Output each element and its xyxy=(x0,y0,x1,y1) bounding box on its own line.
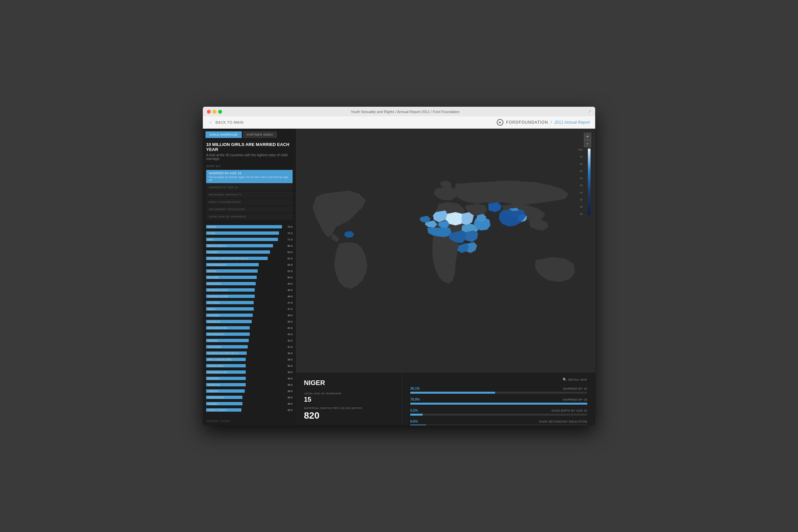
country-value: 39.0 xyxy=(283,358,292,361)
minimize-button[interactable] xyxy=(212,110,216,114)
legend-labels: 75%706560555045403530 xyxy=(578,149,583,215)
tabs-row: CHILD MARRIAGE PARTNER INDEX xyxy=(203,129,296,138)
zoom-out-button[interactable]: − xyxy=(584,140,591,147)
country-list-item[interactable]: GAMBIA 36.0 xyxy=(206,401,292,407)
close-button[interactable] xyxy=(207,110,211,114)
country-list-item[interactable]: UGANDA 46.0 xyxy=(206,312,292,318)
country-list-item[interactable]: NIGER 75.0 xyxy=(206,224,292,230)
browser-window: Youth Sexuality and Rights / Annual Repo… xyxy=(203,107,595,425)
sort-early-childbearing[interactable]: EARLY CHILDBEARING xyxy=(206,199,292,205)
country-list-item[interactable]: TANZANIA 41.0 xyxy=(206,344,292,350)
country-list-item[interactable]: MALAWI 50.0 xyxy=(206,274,292,280)
country-name: TANZANIA xyxy=(208,345,221,348)
country-name: CENTRAL AFRICAN REPUBLIC xyxy=(208,257,248,260)
country-value: 41.0 xyxy=(283,345,292,348)
country-list-item[interactable]: IVORY COAST 35.0 xyxy=(206,407,292,413)
sort-label: SORT BY: xyxy=(206,165,292,168)
expand-icon[interactable]: ⤢ xyxy=(588,109,591,114)
country-value: 61.0 xyxy=(283,257,292,260)
country-list-item[interactable]: ZAMBIA 42.0 xyxy=(206,338,292,343)
tab-partner-index[interactable]: PARTNER INDEX xyxy=(243,131,277,138)
stat-percentage: 5.2% xyxy=(410,408,418,412)
traffic-lights xyxy=(207,110,222,114)
back-button[interactable]: ← BACK TO MAIN xyxy=(208,120,243,125)
stat-description: MARRIED BY 18 xyxy=(563,398,587,401)
legend-label: 30 xyxy=(578,213,583,215)
sort-married-18[interactable]: MARRIED BY AGE 18 Percentage of women ag… xyxy=(206,170,292,183)
zoom-in-button[interactable]: + xyxy=(584,133,591,140)
country-list-item[interactable]: HONDURAS 39.0 xyxy=(206,363,292,369)
country-value: 43.0 xyxy=(283,333,292,336)
country-list-item[interactable]: SENEGAL 39.0 xyxy=(206,382,292,388)
sort-options: MARRIED BY AGE 18 Percentage of women ag… xyxy=(206,170,292,220)
country-list-item[interactable]: LIBERIA 38.0 xyxy=(206,388,292,394)
country-list-item[interactable]: AFGHANISTAN 43.0 xyxy=(206,325,292,331)
country-list-item[interactable]: CHAD 72.0 xyxy=(206,230,292,236)
stat-row: 36.1% MARRIED BY 15 xyxy=(410,387,587,394)
country-list-item[interactable]: CAMEROON 36.0 xyxy=(206,394,292,400)
stat-bar-bg xyxy=(410,414,587,416)
country-list-item[interactable]: NIGERIA 39.0 xyxy=(206,375,292,381)
country-list-item[interactable]: BANGLADESH 66.0 xyxy=(206,243,292,249)
country-name: MALI xyxy=(208,238,214,241)
stat-bar-fill xyxy=(410,403,587,405)
country-list-item[interactable]: BURKINA FASO 48.0 xyxy=(206,287,292,293)
country-name: CAMEROON xyxy=(208,396,224,399)
stat-percentage: 36.1% xyxy=(410,387,420,391)
country-list-item[interactable]: THE CONGO (DR) 39.0 xyxy=(206,357,292,362)
stat-row: 5.2% GAVE BIRTH BY AGE 15 xyxy=(410,408,587,416)
country-name: HONDURAS xyxy=(208,364,224,367)
country-name: LIBERIA xyxy=(208,390,218,393)
country-list-item[interactable]: MADAGASCAR 39.0 xyxy=(206,369,292,375)
legend-label: 45 xyxy=(578,191,583,194)
country-name: INDIA xyxy=(208,307,215,310)
sort-secondary-education[interactable]: SECONDARY EDUCATION xyxy=(206,206,292,212)
detail-map-button[interactable]: 🔍 DETAIL MAP xyxy=(563,378,587,381)
country-list-item[interactable]: MOZAMBIQUE 52.0 xyxy=(206,262,292,268)
country-list-item[interactable]: ERITREA 47.0 xyxy=(206,300,292,306)
country-list-item[interactable]: INDIA 47.0 xyxy=(206,306,292,312)
stat-bar-bg xyxy=(410,424,587,425)
country-value: 50.0 xyxy=(283,276,292,279)
country-value: 48.0 xyxy=(283,295,292,298)
country-list-item[interactable]: NICARAGUA 43.0 xyxy=(206,331,292,337)
world-map xyxy=(296,129,595,372)
legend-label: 55 xyxy=(578,177,583,179)
country-name: NICARAGUA xyxy=(208,333,224,336)
country-name: IVORY COAST xyxy=(208,408,227,412)
country-list-item[interactable]: NEPAL 51.0 xyxy=(206,268,292,274)
country-value: 36.0 xyxy=(283,402,292,405)
country-value: 48.0 xyxy=(283,289,292,291)
sort-married-15[interactable]: MARRIED BY AGE 15 xyxy=(206,184,292,191)
country-list-item[interactable]: ETHIOPIA 49.0 xyxy=(206,281,292,287)
maximize-button[interactable] xyxy=(218,110,222,114)
country-list-item[interactable]: DOMINICAN REPUBLIC 40.0 xyxy=(206,350,292,356)
country-list-item[interactable]: MALI 71.0 xyxy=(206,236,292,242)
tab-child-marriage[interactable]: CHILD MARRIAGE xyxy=(206,131,242,138)
sort-legal-age[interactable]: LEGAL AGE OF MARRIAGE xyxy=(206,213,292,220)
legend-label: 60 xyxy=(578,170,583,172)
country-name: CHAD xyxy=(208,232,215,235)
country-list-item[interactable]: CENTRAL AFRICAN REPUBLIC 61.0 xyxy=(206,255,292,261)
country-list-item[interactable]: GUINEA 63.0 xyxy=(206,249,292,255)
map-area[interactable]: + − 75%706560555045403530 xyxy=(296,129,595,372)
country-name: ETHIOPIA xyxy=(208,282,221,285)
country-name: NIGERIA xyxy=(208,377,219,380)
stat-bar-fill xyxy=(410,392,495,394)
stat-bar-fill xyxy=(410,424,426,425)
stat-description: MARRIED BY 15 xyxy=(563,387,587,391)
sidebar-footer: SOURCE: UNICEF xyxy=(203,417,296,425)
country-value: 39.0 xyxy=(283,383,292,386)
country-value: 47.0 xyxy=(283,307,292,310)
country-list-item[interactable]: SIERRA LEONE 48.0 xyxy=(206,293,292,299)
sidebar-title: 10 MILLION GIRLS ARE MARRIED EACH YEAR xyxy=(206,142,292,152)
stat-bar-bg xyxy=(410,403,587,405)
country-value: 75.0 xyxy=(283,225,292,228)
sort-maternal-mortality[interactable]: MATERNAL MORTALITY xyxy=(206,191,292,198)
country-value: 38.0 xyxy=(283,390,292,393)
ford-logo-area: ⊕ FORDFOUNDATION / 2011 Annual Report xyxy=(497,119,590,126)
country-value: 39.0 xyxy=(283,377,292,380)
country-list-item[interactable]: SOMALIA 45.0 xyxy=(206,319,292,324)
browser-url: Youth Sexuality and Rights / Annual Repo… xyxy=(225,110,585,114)
country-value: 46.0 xyxy=(283,314,292,317)
